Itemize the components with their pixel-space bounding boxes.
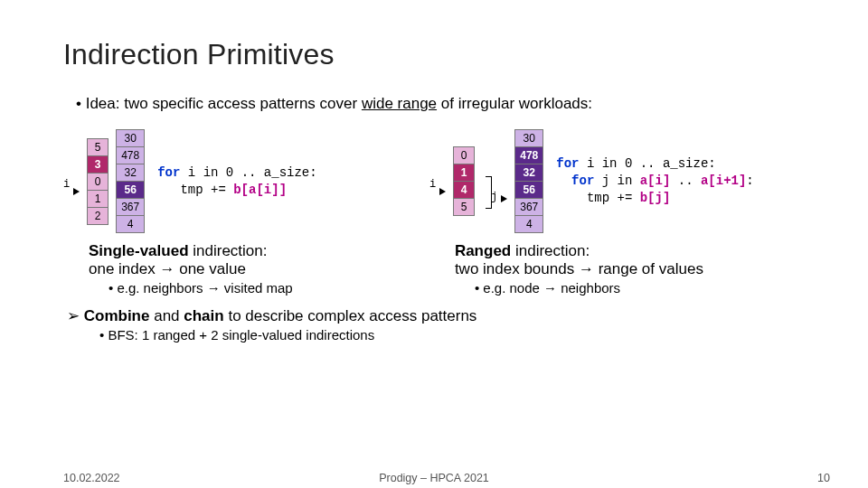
idea-bullet: Idea: two specific access patterns cover… [63,95,814,113]
combine-mid: and [149,307,184,324]
right-column: i 0145 j 3047832563674 for i in 0 .. a_s… [429,129,814,296]
array-cell: 3 [88,156,108,174]
bracket-icon [486,176,492,209]
right-i-arrow [439,168,446,195]
array-cell: 367 [117,199,144,216]
combine-sub-bullet: BFS: 1 ranged + 2 single-valued indirect… [63,327,814,343]
array-cell: 5 [454,199,474,215]
code-text: i in 0 .. a_size: [180,165,316,180]
array-cell: 1 [454,164,474,182]
left-sub-bullet: e.g. neighbors → visited map [89,280,429,296]
code-text: tmp += [556,191,639,205]
array-cell: 0 [454,147,474,164]
array-cell: 367 [515,199,542,216]
array-cell: 56 [117,182,144,199]
array-cell: 4 [515,216,542,232]
code-access: a[i] [640,174,671,188]
right-description: Ranged indirection: two index bounds → r… [429,242,814,296]
left-code: for i in 0 .. a_size: tmp += b[a[i]] [157,164,316,199]
array-cell: 30 [515,130,542,147]
array-cell: 32 [515,164,542,182]
kw-for: for [157,165,180,180]
left-array-b: 3047832563674 [116,129,145,233]
kw-for: for [556,156,579,171]
arrow-right-icon [501,195,507,202]
right-figure-row: i 0145 j 3047832563674 for i in 0 .. a_s… [429,129,814,233]
footer-center: Prodigy – HPCA 2021 [0,472,868,484]
left-array-a: 53012 [87,138,108,225]
code-text: i in 0 .. a_size: [580,156,716,171]
array-cell: 1 [88,191,108,208]
right-desc-line1: Ranged indirection: [455,242,814,260]
code-access: a[i+1] [701,174,746,188]
arrow-right-icon [439,188,446,195]
array-cell: 4 [117,216,144,232]
array-cell: 4 [454,182,474,199]
combine-bold2: chain [184,307,223,324]
idea-text-underline: wide range [362,95,437,112]
left-column: i 53012 3047832563674 for i in 0 .. a_si… [63,129,429,296]
kw-for: for [556,174,594,188]
code-text: tmp += [157,183,233,197]
right-j-arrow [501,161,507,202]
right-array-b: 3047832563674 [514,129,543,233]
left-desc-line2: one index → one value [89,260,429,278]
right-bracket-group: j [482,160,494,203]
array-cell: 2 [88,208,108,224]
combine-bold1: Combine [84,307,150,324]
right-array-a: 0145 [453,146,475,216]
left-desc-bold: Single-valued [89,242,189,259]
array-cell: 478 [117,147,144,164]
idea-text-post: of irregular workloads: [437,95,592,112]
right-sub-bullet: e.g. node → neighbors [455,280,814,296]
left-i-label: i [63,173,70,191]
slide-title: Indirection Primitives [63,38,814,71]
left-i-arrow [73,168,80,195]
left-description: Single-valued indirection: one index → o… [63,242,429,296]
array-cell: 0 [88,174,108,191]
left-desc-rest: indirection: [189,242,268,259]
code-text: : [746,174,753,188]
combine-bullet: Combine and chain to describe complex ac… [63,306,814,325]
left-desc-line1: Single-valued indirection: [89,242,429,260]
array-cell: 5 [88,139,108,156]
code-access: b[j] [640,191,671,205]
footer-page-number: 10 [817,472,830,484]
left-figure-row: i 53012 3047832563674 for i in 0 .. a_si… [63,129,429,233]
code-text: j in [594,174,639,188]
two-column-layout: i 53012 3047832563674 for i in 0 .. a_si… [63,129,814,296]
arrow-right-icon [73,188,80,195]
slide: Indirection Primitives Idea: two specifi… [0,0,868,488]
array-cell: 478 [515,147,542,164]
idea-text-pre: Idea: two specific access patterns cover [86,95,362,112]
right-desc-bold: Ranged [455,242,511,259]
right-desc-rest: indirection: [511,242,590,259]
code-text: .. [670,174,701,188]
array-cell: 56 [515,182,542,199]
array-cell: 32 [117,164,144,182]
right-i-label: i [429,173,436,191]
right-desc-line2: two index bounds → range of values [455,260,814,278]
code-access: b[a[i]] [233,183,287,197]
combine-rest: to describe complex access patterns [224,307,477,324]
right-code: for i in 0 .. a_size: for j in a[i] .. a… [556,155,753,207]
array-cell: 30 [117,130,144,147]
